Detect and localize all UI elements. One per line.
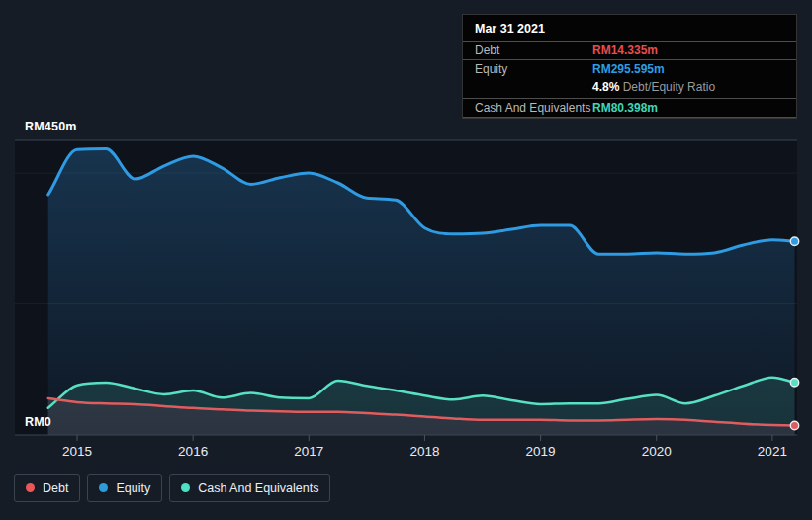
x-axis-label-2020: 2020 [625, 444, 688, 459]
x-axis-label-2018: 2018 [393, 444, 456, 459]
debt-equity-history-panel: RM450m RM0 2015201620172018201920202021 … [0, 0, 812, 520]
tooltip-debt-label: Debt [475, 43, 592, 57]
legend-debt-label: Debt [43, 481, 68, 495]
tooltip-cash-row: Cash And Equivalents RM80.398m [463, 99, 796, 118]
tooltip-debt-equity-ratio: 4.8% Debt/Equity Ratio [592, 80, 784, 94]
tooltip-equity-value: RM295.595m [592, 62, 784, 76]
cash-dot-icon [181, 483, 190, 492]
legend-debt-button[interactable]: Debt [14, 474, 80, 502]
equity-endpoint-marker [790, 237, 798, 245]
tooltip-cash-label: Cash And Equivalents [475, 101, 592, 115]
x-axis-label-2016: 2016 [161, 444, 225, 459]
legend-cash-label: Cash And Equivalents [198, 481, 318, 495]
chart-tooltip: Mar 31 2021 Debt RM14.335m Equity RM295.… [462, 14, 797, 119]
y-axis-max-label: RM450m [25, 120, 77, 133]
legend-cash-button[interactable]: Cash And Equivalents [169, 474, 330, 502]
tooltip-cash-value: RM80.398m [592, 101, 784, 115]
legend-equity-label: Equity [116, 481, 150, 495]
cash-and-equivalents-endpoint-marker [790, 379, 798, 387]
legend-equity-button[interactable]: Equity [87, 474, 162, 502]
y-axis-min-label: RM0 [25, 415, 51, 429]
tooltip-equity-row: Equity RM295.595m 4.8% Debt/Equity Ratio [463, 60, 796, 99]
tooltip-equity-label: Equity [475, 62, 592, 76]
debt-endpoint-marker [790, 421, 798, 429]
tooltip-debt-row: Debt RM14.335m [463, 42, 796, 60]
debt-dot-icon [26, 483, 35, 492]
x-axis-label-2015: 2015 [45, 444, 109, 459]
equity-dot-icon [99, 483, 108, 492]
tooltip-debt-value: RM14.335m [592, 43, 784, 57]
tooltip-date: Mar 31 2021 [463, 15, 796, 42]
x-axis-label-2021: 2021 [741, 444, 804, 459]
x-axis-label-2017: 2017 [277, 444, 340, 459]
chart-legend: Debt Equity Cash And Equivalents [14, 474, 330, 502]
x-axis-label-2019: 2019 [509, 444, 573, 459]
